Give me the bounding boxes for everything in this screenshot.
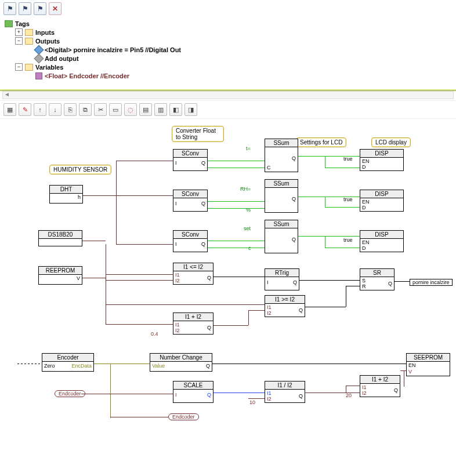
tbtn-f[interactable]: ◌ <box>124 103 137 116</box>
diagram-toolbar: ▦ ✎ ↑ ↓ ⎘ ⧉ ✂ ▭ ◌ ▤ ▥ ◧ ◨ <box>0 100 456 119</box>
pin-icon <box>34 45 44 54</box>
tree-add-output[interactable]: Add output <box>5 54 451 63</box>
wire <box>208 168 265 168</box>
block-scale[interactable]: SCALE IQ <box>173 381 213 403</box>
tree-var-float[interactable]: <Float> Endcoder //Encoder <box>5 71 451 80</box>
wire <box>213 325 248 326</box>
wire <box>208 241 265 241</box>
tbtn-up[interactable]: ↑ <box>34 103 46 116</box>
tbtn-d[interactable]: ⧉ <box>79 103 92 116</box>
label-t-eq: t= <box>246 146 251 151</box>
wire <box>116 244 173 245</box>
tool-btn-1[interactable]: ⚑ <box>3 2 16 15</box>
block-sconv-2[interactable]: SConv IQ <box>173 190 208 212</box>
var-float-label: <Float> Endcoder //Encoder <box>45 72 129 79</box>
label-pct: % <box>246 207 251 213</box>
note-lcd: LCD display <box>371 137 411 147</box>
block-seeprom[interactable]: SEEPROM ENV <box>406 353 450 376</box>
tree-inputs-label: Inputs <box>35 29 55 36</box>
tree-tags[interactable]: Tags <box>5 20 451 28</box>
block-rtrig[interactable]: RTrig IQ <box>265 268 299 290</box>
block-disp-2[interactable]: DISP END <box>360 190 404 212</box>
tbtn-down[interactable]: ↓ <box>49 103 61 116</box>
block-ssum-2[interactable]: SSum Q <box>265 179 298 213</box>
tbtn-cut[interactable]: ✂ <box>94 103 107 116</box>
block-add-2[interactable]: I1 + I2 I1I2Q <box>360 375 400 397</box>
wire <box>248 310 249 325</box>
tbtn-j[interactable]: ◨ <box>184 103 197 116</box>
block-sconv-1[interactable]: SConv IQ <box>173 149 208 171</box>
label-endcoder-2: Endcoder <box>168 413 199 420</box>
wire <box>208 208 265 209</box>
label-10: 10 <box>249 399 255 405</box>
wire <box>106 244 106 324</box>
folder-icon <box>25 64 33 71</box>
wire <box>299 280 360 281</box>
tbtn-a[interactable]: ▦ <box>3 103 16 116</box>
block-ssum-1[interactable]: SSum Q C <box>265 139 298 172</box>
wire <box>81 394 173 394</box>
block-sr[interactable]: SR SRQ <box>360 268 395 290</box>
wire <box>395 281 411 282</box>
wire <box>83 195 173 196</box>
block-encoder[interactable]: Encoder Zero EncData <box>42 353 94 372</box>
wire <box>106 304 265 305</box>
wire <box>305 307 346 307</box>
label-c: c <box>248 245 251 251</box>
folder-icon <box>25 38 33 45</box>
tbtn-e[interactable]: ▭ <box>109 103 122 116</box>
expander-icon[interactable]: + <box>15 28 23 36</box>
expander-icon[interactable]: − <box>15 37 23 45</box>
h-scroll[interactable] <box>2 91 454 99</box>
wire <box>325 207 360 208</box>
label-20: 20 <box>346 393 352 398</box>
close-button[interactable]: ✕ <box>49 2 61 15</box>
wire <box>404 370 404 387</box>
block-disp-3[interactable]: DISP END <box>360 230 404 252</box>
wire <box>94 364 150 364</box>
label-set: set <box>244 226 251 231</box>
wire <box>248 310 265 311</box>
block-reeprom[interactable]: REEPROM V <box>38 266 82 285</box>
block-disp-1[interactable]: DISP END <box>360 149 404 171</box>
note-conv: Converter Float to String <box>172 126 224 142</box>
wire <box>110 417 168 417</box>
block-div[interactable]: I1 / I2 I1I2Q <box>265 381 305 403</box>
add-output-label: Add output <box>45 55 79 62</box>
wire <box>116 161 173 161</box>
tree-inputs[interactable]: + Inputs <box>5 28 451 37</box>
tree-variables[interactable]: − Variables <box>5 63 451 71</box>
tree-outputs[interactable]: − Outputs <box>5 37 451 45</box>
block-cmp-ge[interactable]: I1 >= I2 I1I2Q <box>265 295 305 317</box>
block-dht[interactable]: DHT h <box>49 185 83 204</box>
wire <box>325 197 325 207</box>
block-cmp-le[interactable]: I1 <= I2 I1I2Q <box>173 263 213 285</box>
wire <box>325 248 360 248</box>
expander-icon[interactable]: − <box>15 63 23 71</box>
tbtn-g[interactable]: ▤ <box>139 103 152 116</box>
tree-output-digital[interactable]: <Digital> pornire incalzire = Pin5 //Dig… <box>5 45 451 54</box>
tags-tree: Tags + Inputs − Outputs <Digital> pornir… <box>0 17 456 87</box>
block-sconv-3[interactable]: SConv IQ <box>173 230 208 252</box>
tbtn-i[interactable]: ◧ <box>169 103 182 116</box>
wire <box>298 236 360 237</box>
block-ds18b20[interactable]: DS18B20 <box>38 230 82 246</box>
tool-btn-3[interactable]: ⚑ <box>34 2 46 15</box>
tags-icon <box>5 20 13 27</box>
block-ssum-3[interactable]: SSum Q <box>265 220 298 253</box>
tree-variables-label: Variables <box>35 64 63 71</box>
tbtn-h[interactable]: ▥ <box>154 103 167 116</box>
wire <box>106 274 173 275</box>
block-numchange[interactable]: Number Change ValueQ <box>150 353 212 372</box>
wire <box>106 280 173 281</box>
wire <box>325 236 325 248</box>
tbtn-c[interactable]: ⎘ <box>64 103 77 116</box>
wire <box>346 386 346 393</box>
wire <box>325 168 360 168</box>
tool-btn-2[interactable]: ⚑ <box>19 2 31 15</box>
var-icon <box>35 72 42 79</box>
wire <box>82 278 106 278</box>
block-add-1[interactable]: I1 + I2 I1I2Q <box>173 313 213 335</box>
note-humidity: HUMIDITY SENSOR <box>49 165 111 175</box>
tbtn-b[interactable]: ✎ <box>19 103 31 116</box>
